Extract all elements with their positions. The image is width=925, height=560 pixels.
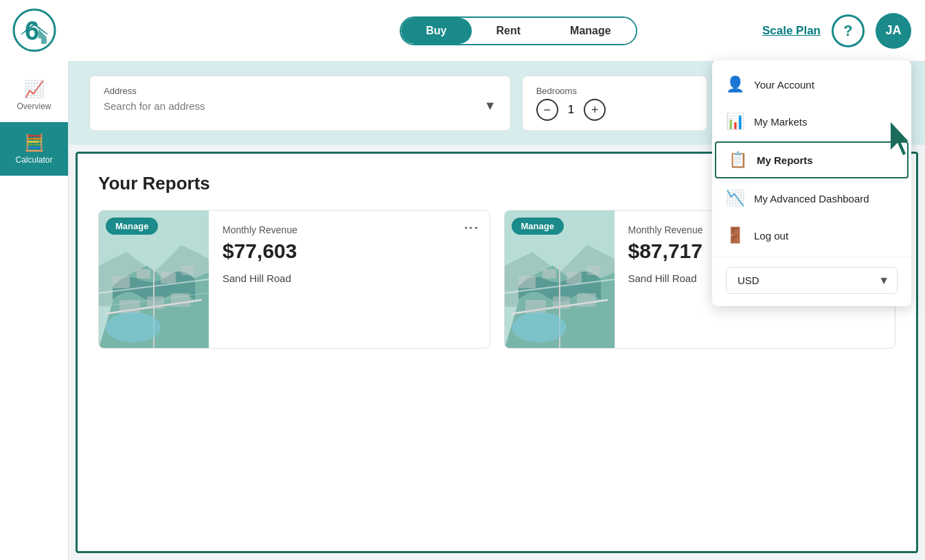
bedrooms-count: 1 (568, 103, 574, 117)
report-icon: 📋 (729, 151, 747, 169)
help-button[interactable]: ? (832, 14, 865, 47)
tab-manage[interactable]: Manage (545, 18, 636, 44)
logo[interactable]: 6 (0, 0, 69, 62)
svg-rect-22 (587, 266, 599, 275)
dropdown-label-my-markets: My Markets (754, 116, 808, 128)
dropdown-label-my-advanced-dashboard: My Advanced Dashboard (754, 193, 869, 205)
bedrooms-decrement-button[interactable]: − (536, 99, 558, 121)
card-info: Monthly Revenue $77,603 Sand Hill Road (209, 211, 490, 348)
tab-group: Buy Rent Manage (400, 16, 637, 45)
svg-rect-11 (119, 300, 140, 314)
logo-icon: 6 (12, 8, 57, 53)
address-field: Address ▼ (89, 75, 511, 131)
bedrooms-increment-button[interactable]: + (584, 99, 606, 121)
svg-rect-10 (181, 266, 194, 275)
svg-rect-21 (567, 272, 582, 283)
card-menu-button[interactable]: ⋮ (462, 220, 480, 236)
svg-rect-23 (525, 300, 546, 314)
dropdown-label-your-account: Your Account (754, 79, 814, 91)
bar-chart-icon: 📊 (726, 113, 744, 130)
avatar-initials: JA (885, 23, 901, 38)
svg-rect-25 (577, 293, 596, 307)
card-revenue: $77,603 (222, 240, 476, 263)
dashboard-icon: 📉 (726, 189, 744, 207)
overview-icon: 📈 (24, 80, 45, 99)
sidebar-item-label: Overview (16, 102, 51, 111)
tab-rent[interactable]: Rent (472, 18, 546, 44)
dropdown-menu: 👤 Your Account 📊 My Markets 📋 My Reports… (712, 60, 911, 306)
scale-plan-link[interactable]: Scale Plan (762, 24, 821, 38)
dropdown-label-my-reports: My Reports (757, 154, 813, 166)
svg-rect-9 (161, 272, 176, 283)
svg-point-14 (106, 312, 161, 342)
dropdown-item-my-advanced-dashboard[interactable]: 📉 My Advanced Dashboard (712, 180, 911, 217)
manage-badge-2[interactable]: Manage (512, 218, 564, 235)
dropdown-divider (712, 257, 911, 257)
dropdown-item-my-markets[interactable]: 📊 My Markets (712, 103, 911, 140)
card-map: Manage (99, 211, 209, 348)
help-icon: ? (843, 22, 852, 40)
sidebar-item-calculator[interactable]: 🧮 Calculator (0, 122, 68, 176)
calculator-icon: 🧮 (24, 133, 45, 152)
bedrooms-field: Bedrooms − 1 + (522, 75, 708, 131)
sidebar-item-overview[interactable]: 📈 Overview (0, 69, 68, 122)
svg-point-26 (512, 312, 567, 342)
dropdown-arrow-icon: ▼ (484, 99, 496, 113)
dropdown-item-my-reports[interactable]: 📋 My Reports (715, 141, 909, 178)
svg-rect-7 (113, 276, 130, 288)
svg-rect-24 (553, 296, 570, 309)
dropdown-item-your-account[interactable]: 👤 Your Account (712, 66, 911, 103)
svg-text:6: 6 (25, 16, 39, 45)
currency-select[interactable]: USDEURGBPCADAUD (726, 267, 898, 294)
manage-badge[interactable]: Manage (106, 218, 158, 235)
tab-buy[interactable]: Buy (401, 18, 471, 44)
bedrooms-label: Bedrooms (536, 86, 694, 96)
address-input[interactable] (104, 100, 484, 112)
sidebar: 📈 Overview 🧮 Calculator (0, 62, 69, 560)
report-card: Manage Monthly Revenue $77,603 Sand Hill… (98, 210, 490, 349)
currency-row: USDEURGBPCADAUD ▼ (712, 260, 911, 301)
dropdown-label-log-out: Log out (754, 230, 788, 242)
dropdown-item-log-out[interactable]: 🚪 Log out (712, 217, 911, 254)
svg-rect-20 (543, 269, 556, 279)
svg-rect-8 (137, 269, 150, 279)
logout-icon: 🚪 (726, 226, 744, 244)
account-icon: 👤 (726, 75, 744, 93)
card-address: Sand Hill Road (222, 272, 476, 284)
svg-rect-12 (147, 296, 164, 309)
reports-title: Your Reports (98, 173, 210, 194)
svg-rect-13 (171, 293, 190, 307)
card-monthly-label: Monthly Revenue (222, 224, 476, 235)
avatar-button[interactable]: JA (876, 13, 911, 49)
address-label: Address (104, 86, 496, 96)
card-map: Manage (505, 211, 615, 348)
svg-rect-19 (518, 276, 536, 288)
sidebar-item-label: Calculator (15, 155, 52, 165)
